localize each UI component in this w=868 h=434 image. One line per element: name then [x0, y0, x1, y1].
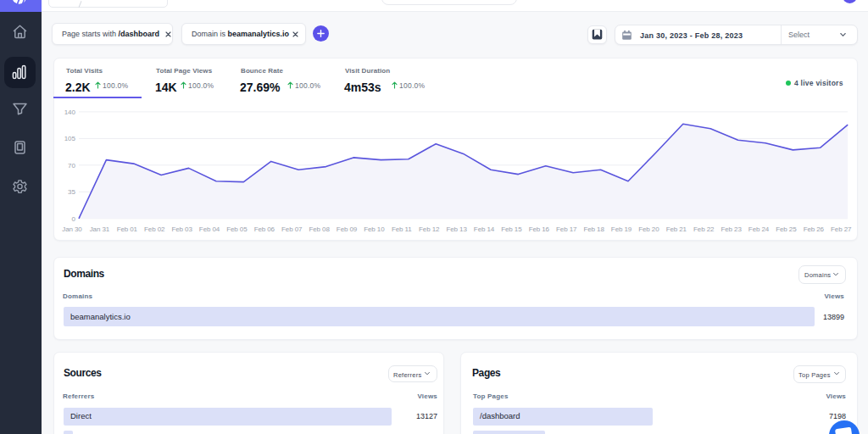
svg-text:Feb 15: Feb 15 [501, 225, 522, 233]
svg-text:Feb 17: Feb 17 [556, 225, 577, 233]
svg-text:0: 0 [72, 215, 76, 223]
svg-text:Feb 13: Feb 13 [446, 225, 467, 233]
svg-text:Feb 06: Feb 06 [254, 225, 275, 233]
svg-text:Feb 10: Feb 10 [364, 225, 385, 233]
svg-text:Feb 07: Feb 07 [281, 225, 303, 233]
svg-text:70: 70 [68, 162, 75, 170]
svg-text:Feb 26: Feb 26 [804, 225, 825, 233]
svg-text:Feb 19: Feb 19 [611, 225, 632, 233]
svg-text:Feb 23: Feb 23 [721, 225, 742, 233]
svg-text:Feb 05: Feb 05 [226, 225, 248, 233]
svg-text:Feb 04: Feb 04 [199, 225, 220, 233]
svg-text:Feb 20: Feb 20 [638, 225, 659, 233]
svg-text:Feb 11: Feb 11 [392, 225, 412, 233]
svg-text:Feb 08: Feb 08 [309, 225, 330, 233]
svg-text:Feb 14: Feb 14 [474, 225, 495, 233]
svg-text:Feb 24: Feb 24 [748, 225, 770, 233]
svg-text:Feb 16: Feb 16 [529, 225, 550, 233]
svg-text:Feb 18: Feb 18 [583, 225, 604, 233]
svg-text:35: 35 [68, 188, 75, 196]
svg-text:Feb 09: Feb 09 [337, 225, 358, 233]
svg-text:Feb 22: Feb 22 [693, 225, 715, 233]
svg-text:Feb 02: Feb 02 [144, 225, 165, 233]
svg-text:105: 105 [64, 135, 76, 142]
svg-text:Jan 31: Jan 31 [90, 225, 110, 233]
svg-text:140: 140 [64, 108, 76, 116]
svg-text:Feb 03: Feb 03 [171, 225, 192, 233]
svg-text:Feb 27: Feb 27 [831, 225, 852, 233]
svg-text:Feb 25: Feb 25 [776, 225, 797, 233]
svg-text:Jan 30: Jan 30 [62, 225, 82, 233]
svg-text:Feb 01: Feb 01 [117, 225, 138, 233]
svg-text:Feb 21: Feb 21 [666, 225, 687, 233]
svg-text:Feb 12: Feb 12 [419, 225, 440, 233]
